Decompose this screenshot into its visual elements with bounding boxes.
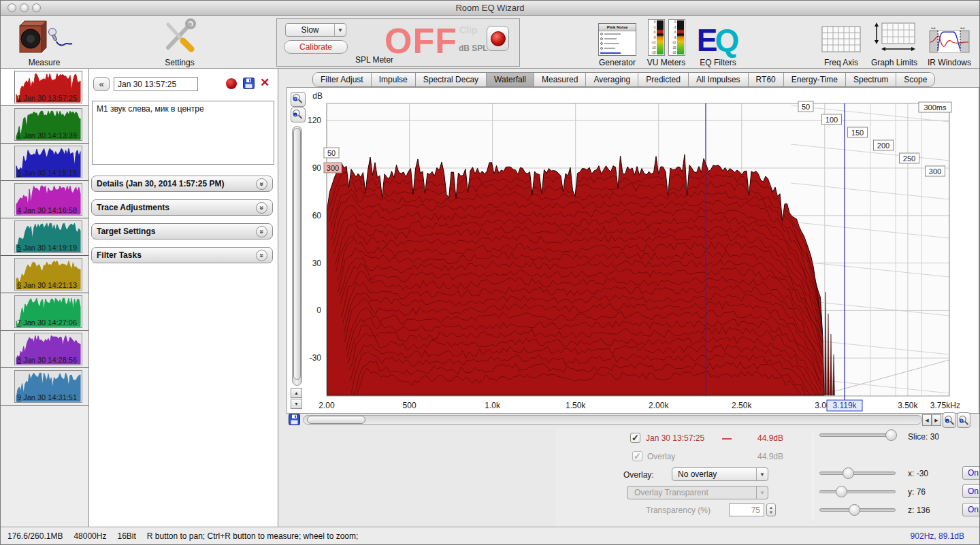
measurement-item[interactable]: 9 Jan 30 14:31:51 <box>1 368 88 406</box>
double-chevron-down-icon[interactable]: » <box>256 178 267 190</box>
slice-slider[interactable] <box>819 433 896 437</box>
measurement-notes[interactable]: M1 звук слева, мик в центре <box>92 101 274 165</box>
y-rotation-slider-on-button[interactable]: On <box>962 484 980 498</box>
calibrate-button[interactable]: Calibrate <box>284 40 348 54</box>
overlay-checkbox[interactable]: ✓ <box>632 451 642 461</box>
svg-text:3.119k: 3.119k <box>832 401 857 410</box>
svg-text:-30: -30 <box>310 353 322 363</box>
vu-meters-button[interactable]: 0-3-6-9-12-15-18 0-3-6-9-12-15-18 VU Met… <box>644 18 688 67</box>
section-label: Details (Jan 30, 2014 1:57:25 PM) <box>97 179 224 188</box>
zoom-in-y-button[interactable]: + <box>291 92 306 107</box>
measurement-item-label: 1 Jan 30 13:57:25 <box>17 94 77 102</box>
measurement-item[interactable]: 5 Jan 30 14:19:19 <box>1 218 88 256</box>
section-filter[interactable]: Filter Tasks» <box>91 247 273 263</box>
z-rotation-slider-thumb[interactable] <box>849 504 860 516</box>
measurement-item[interactable]: 7 Jan 30 14:27:06 <box>1 293 88 331</box>
measurement-thumbnail: 5 Jan 30 14:19:19 <box>14 220 82 253</box>
transparency-input[interactable] <box>729 503 764 516</box>
traffic-light-close[interactable] <box>7 3 16 12</box>
save-measurement-button[interactable] <box>243 78 255 92</box>
zoom-in-x-button[interactable]: + <box>957 412 970 428</box>
scroll-up-button[interactable]: ▲ <box>291 388 302 398</box>
measurement-thumbnail: 1 Jan 30 13:57:25 <box>14 71 82 103</box>
transparency-stepper[interactable]: ▲▼ <box>766 503 776 516</box>
measurement-item[interactable]: 6 Jan 30 14:21:13 <box>1 256 88 293</box>
slice-slider-thumb[interactable] <box>885 429 897 441</box>
section-details[interactable]: Details (Jan 30, 2014 1:57:25 PM)» <box>91 176 273 192</box>
trace-visible-checkbox[interactable]: ✓ <box>630 433 640 443</box>
waterfall-chart[interactable]: 5030050100150200250300300msdB1209060300-… <box>287 88 980 414</box>
svg-text:1.0k: 1.0k <box>485 401 501 410</box>
tab-predicted[interactable]: Predicted <box>638 73 689 86</box>
tab-filter-adjust[interactable]: Filter Adjust <box>313 73 372 86</box>
waterfall-card: 5030050100150200250300300msdB1209060300-… <box>287 87 979 414</box>
tab-scope[interactable]: Scope <box>896 73 934 86</box>
graph-limits-button[interactable]: Graph Limits <box>869 18 919 67</box>
measurement-item[interactable]: 3 Jan 30 14:15:15 <box>1 144 88 181</box>
freq-axis-button[interactable]: Freq Axis <box>819 18 864 67</box>
measurement-item[interactable]: 1 Jan 30 13:57:25 <box>1 69 88 106</box>
collapse-panel-button[interactable]: « <box>93 77 110 91</box>
measurement-item[interactable]: 4 Jan 30 14:16:58 <box>1 181 88 218</box>
vertical-scrollbar-thumb[interactable] <box>293 128 301 380</box>
spl-record-button[interactable] <box>487 26 509 51</box>
tab-waterfall[interactable]: Waterfall <box>487 73 534 86</box>
double-chevron-down-icon[interactable]: » <box>256 202 267 214</box>
y-rotation-slider[interactable] <box>819 490 896 493</box>
tab-averaging[interactable]: Averaging <box>586 73 638 86</box>
tab-impulse[interactable]: Impulse <box>372 73 416 86</box>
window-title: Room EQ Wizard <box>1 1 979 15</box>
slice-slider-value: Slice: 30 <box>908 432 939 442</box>
traffic-light-zoom[interactable] <box>32 3 41 12</box>
z-rotation-slider-on-button[interactable]: On <box>962 503 980 516</box>
delete-measurement-button[interactable]: ✕ <box>260 76 270 90</box>
overlay-dropdown-value: No overlay <box>672 469 756 479</box>
scroll-down-button[interactable]: ▼ <box>291 399 302 409</box>
section-target[interactable]: Target Settings» <box>91 223 273 240</box>
measurement-thumbnail: 2 Jan 30 14:13:39 <box>14 108 82 141</box>
measurement-item[interactable]: 2 Jan 30 14:13:39 <box>1 106 88 144</box>
graph-panel: Filter AdjustImpulseSpectral DecayWaterf… <box>278 69 979 527</box>
tab-spectrum[interactable]: Spectrum <box>846 73 896 86</box>
overlay-transparent-dropdown: Overlay Transparent ▼ <box>627 486 768 499</box>
zoom-out-y-button[interactable]: - <box>291 108 306 122</box>
measure-button[interactable]: Measure <box>13 18 76 67</box>
settings-button[interactable]: Settings <box>156 18 203 67</box>
zoom-out-x-button[interactable]: - <box>943 412 956 428</box>
x-rotation-slider-thumb[interactable] <box>843 467 854 479</box>
double-chevron-down-icon[interactable]: » <box>256 226 267 237</box>
horizontal-scrollbar[interactable] <box>303 415 922 425</box>
horizontal-scrollbar-thumb[interactable] <box>307 416 365 424</box>
svg-text:3.75kHz: 3.75kHz <box>930 401 960 410</box>
traffic-light-minimize[interactable] <box>20 3 29 12</box>
measurement-item[interactable]: 8 Jan 30 14:28:56 <box>1 331 88 368</box>
x-rotation-slider[interactable] <box>819 472 896 475</box>
tab-rt60[interactable]: RT60 <box>749 73 784 86</box>
tab-spectral-decay[interactable]: Spectral Decay <box>416 73 487 86</box>
svg-text:+: + <box>960 418 963 423</box>
eq-filters-button[interactable]: EQ EQ Filters <box>692 18 744 67</box>
double-left-chevron-icon: « <box>99 79 103 89</box>
tab-all-impulses[interactable]: All Impulses <box>689 73 749 86</box>
z-rotation-slider[interactable] <box>819 508 896 512</box>
generator-button[interactable]: Pink Noise Generator <box>594 18 640 67</box>
tab-energy-time[interactable]: Energy-Time <box>784 73 846 86</box>
double-chevron-down-icon[interactable]: » <box>256 250 267 261</box>
x-rotation-slider-on-button[interactable]: On <box>962 466 980 480</box>
trace-color-dot[interactable] <box>226 78 237 89</box>
overlay-dropdown[interactable]: No overlay ▼ <box>672 467 768 481</box>
tab-measured[interactable]: Measured <box>534 73 586 86</box>
svg-text:150: 150 <box>851 129 864 137</box>
section-label: Target Settings <box>97 227 155 236</box>
pan-left-button[interactable]: ◀ <box>922 414 932 426</box>
vertical-scrollbar[interactable] <box>292 126 302 386</box>
y-rotation-slider-thumb[interactable] <box>836 486 847 497</box>
pan-right-button[interactable]: ▶ <box>932 414 941 426</box>
ir-windows-button[interactable]: ↔↔ IR Windows <box>925 18 974 67</box>
section-trace[interactable]: Trace Adjustments» <box>91 199 273 216</box>
measurement-item-label: 8 Jan 30 14:28:56 <box>17 356 77 364</box>
ir-windows-label: IR Windows <box>928 58 971 67</box>
spl-speed-dropdown[interactable]: Slow ▼ <box>285 23 346 37</box>
save-graph-button[interactable] <box>289 414 300 428</box>
measurement-name-input[interactable] <box>114 77 198 91</box>
